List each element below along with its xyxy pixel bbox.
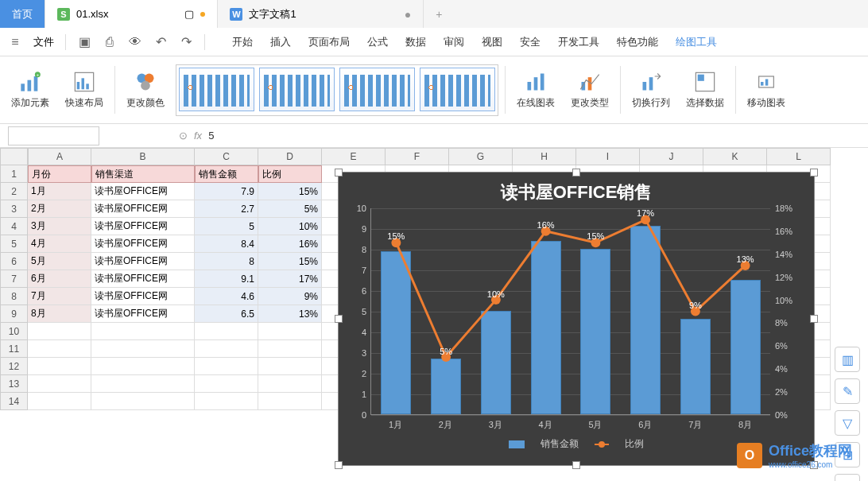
move-chart-button[interactable]: 移动图表 bbox=[742, 68, 790, 113]
undo-icon[interactable]: ↶ bbox=[153, 35, 168, 49]
resize-handle[interactable] bbox=[810, 315, 818, 323]
chart-style-3[interactable] bbox=[339, 68, 415, 111]
cell[interactable] bbox=[91, 393, 195, 410]
file-menu[interactable]: 文件 bbox=[33, 35, 54, 49]
chart-filters-button[interactable]: ▽ bbox=[835, 410, 860, 436]
cell[interactable] bbox=[195, 393, 258, 410]
chart-title[interactable]: 读书屋OFFICE销售 bbox=[339, 173, 814, 208]
cell[interactable]: 15% bbox=[258, 253, 322, 270]
cell[interactable] bbox=[258, 393, 322, 410]
column-header[interactable]: F bbox=[386, 148, 449, 165]
cell[interactable]: 5月 bbox=[28, 253, 91, 270]
row-header[interactable]: 9 bbox=[0, 305, 28, 323]
cell[interactable] bbox=[28, 358, 91, 375]
cell[interactable]: 4.6 bbox=[195, 288, 258, 305]
row-header[interactable]: 13 bbox=[0, 375, 28, 393]
row-header[interactable]: 6 bbox=[0, 253, 28, 270]
cell[interactable]: 月份 bbox=[28, 165, 91, 183]
menu-formula[interactable]: 公式 bbox=[367, 35, 388, 49]
hamburger-icon[interactable]: ≡ bbox=[8, 35, 22, 49]
cell[interactable]: 2月 bbox=[28, 200, 91, 218]
column-header[interactable]: J bbox=[640, 148, 703, 165]
document-tab[interactable]: W 文字文稿1 ● bbox=[218, 0, 424, 28]
row-header[interactable]: 5 bbox=[0, 235, 28, 253]
chart-style-2[interactable] bbox=[259, 68, 335, 111]
cell[interactable]: 16% bbox=[258, 235, 322, 253]
menu-chart-tools[interactable]: 绘图工具 bbox=[676, 35, 717, 49]
chart-style-1[interactable] bbox=[179, 68, 254, 111]
column-header[interactable]: B bbox=[91, 148, 195, 165]
select-data-button[interactable]: 选择数据 bbox=[681, 68, 729, 113]
redo-icon[interactable]: ↷ bbox=[179, 35, 193, 49]
cell[interactable] bbox=[28, 375, 91, 393]
cell[interactable]: 5 bbox=[195, 218, 258, 235]
cell[interactable]: 读书屋OFFICE网 bbox=[91, 288, 195, 305]
print-icon[interactable]: ⎙ bbox=[103, 35, 117, 49]
menu-security[interactable]: 安全 bbox=[520, 35, 541, 49]
cell[interactable]: 4月 bbox=[28, 235, 91, 253]
cell[interactable] bbox=[258, 358, 322, 375]
cell[interactable]: 1月 bbox=[28, 183, 91, 200]
cell[interactable] bbox=[91, 358, 195, 375]
cell[interactable]: 8.4 bbox=[195, 235, 258, 253]
name-box[interactable] bbox=[8, 126, 99, 145]
resize-handle[interactable] bbox=[335, 315, 343, 323]
cell[interactable] bbox=[195, 340, 258, 358]
cell[interactable] bbox=[28, 323, 91, 340]
spreadsheet-tab[interactable]: S 01.xlsx ▢ bbox=[45, 0, 218, 28]
cell[interactable]: 3月 bbox=[28, 218, 91, 235]
menu-data[interactable]: 数据 bbox=[405, 35, 426, 49]
menu-insert[interactable]: 插入 bbox=[270, 35, 291, 49]
cell[interactable] bbox=[91, 340, 195, 358]
cell[interactable] bbox=[195, 375, 258, 393]
cell[interactable]: 读书屋OFFICE网 bbox=[91, 253, 195, 270]
cell[interactable]: 9% bbox=[258, 288, 322, 305]
cell[interactable]: 9.1 bbox=[195, 270, 258, 288]
cell[interactable]: 读书屋OFFICE网 bbox=[91, 218, 195, 235]
cell[interactable] bbox=[28, 393, 91, 410]
menu-features[interactable]: 特色功能 bbox=[617, 35, 658, 49]
menu-layout[interactable]: 页面布局 bbox=[308, 35, 350, 49]
chart-styles-gallery[interactable] bbox=[176, 64, 498, 116]
save-icon[interactable]: ▣ bbox=[77, 35, 91, 49]
row-header[interactable]: 11 bbox=[0, 340, 28, 358]
row-header[interactable]: 3 bbox=[0, 200, 28, 218]
resize-handle[interactable] bbox=[572, 461, 580, 469]
cell[interactable]: 8月 bbox=[28, 305, 91, 323]
resize-handle[interactable] bbox=[572, 169, 580, 176]
change-color-button[interactable]: 更改颜色 bbox=[122, 68, 169, 113]
change-type-button[interactable]: 更改类型 bbox=[566, 68, 614, 113]
cell[interactable] bbox=[258, 323, 322, 340]
home-tab[interactable]: 首页 bbox=[0, 0, 45, 28]
column-header[interactable]: E bbox=[322, 148, 386, 165]
cell[interactable]: 读书屋OFFICE网 bbox=[91, 183, 195, 200]
row-header[interactable]: 1 bbox=[0, 165, 28, 183]
column-header[interactable]: G bbox=[449, 148, 513, 165]
row-header[interactable]: 4 bbox=[0, 218, 28, 235]
column-header[interactable]: D bbox=[258, 148, 322, 165]
column-header[interactable]: C bbox=[195, 148, 258, 165]
cell[interactable] bbox=[258, 375, 322, 393]
chart-plot-area[interactable]: 0123456789100%2%4%6%8%10%12%14%16%18%15%… bbox=[370, 208, 770, 415]
row-header[interactable]: 12 bbox=[0, 358, 28, 375]
cell[interactable]: 读书屋OFFICE网 bbox=[91, 270, 195, 288]
chart-elements-button[interactable]: ▥ bbox=[835, 347, 860, 372]
search-icon[interactable]: ⊙ bbox=[179, 130, 188, 142]
preview-icon[interactable]: 👁 bbox=[128, 35, 142, 49]
row-header[interactable]: 10 bbox=[0, 323, 28, 340]
quick-layout-button[interactable]: 快速布局 bbox=[60, 68, 108, 113]
cell[interactable]: 销售金额 bbox=[195, 165, 258, 183]
column-header[interactable]: L bbox=[767, 148, 831, 165]
menu-view[interactable]: 视图 bbox=[482, 35, 502, 49]
cell[interactable]: 比例 bbox=[258, 165, 322, 183]
chart-settings-button[interactable]: ⚙ bbox=[835, 474, 860, 481]
cell[interactable] bbox=[195, 358, 258, 375]
cell[interactable]: 15% bbox=[258, 183, 322, 200]
add-element-button[interactable]: + 添加元素 bbox=[6, 68, 54, 113]
cell[interactable] bbox=[91, 323, 195, 340]
cell[interactable]: 读书屋OFFICE网 bbox=[91, 235, 195, 253]
chart-styles-button[interactable]: ✎ bbox=[835, 378, 860, 404]
cell[interactable]: 读书屋OFFICE网 bbox=[91, 305, 195, 323]
cell[interactable] bbox=[91, 375, 195, 393]
column-header[interactable]: K bbox=[703, 148, 767, 165]
